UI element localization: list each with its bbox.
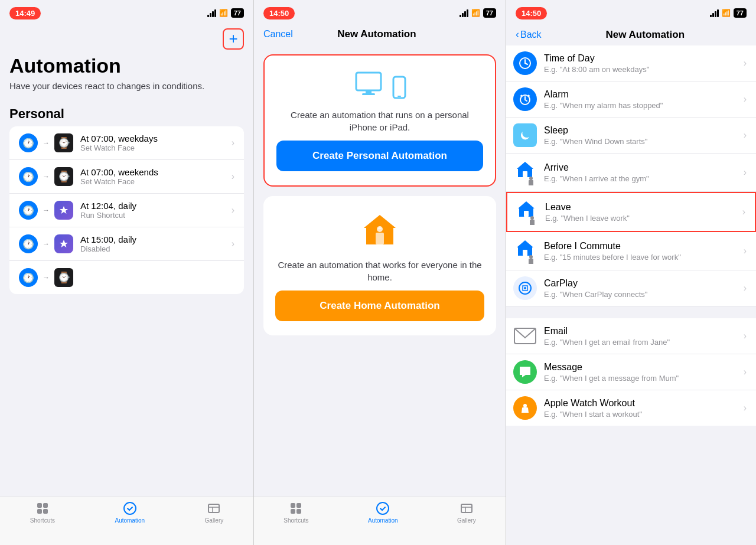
arrive-text: Arrive E.g. "When I arrive at the gym": [544, 162, 744, 183]
arrow-icon-5: →: [43, 273, 50, 282]
arrow-icon-1: →: [43, 139, 50, 147]
svg-rect-0: [37, 503, 42, 508]
personal-card: Create an automation that runs on a pers…: [263, 54, 496, 187]
sleep-chevron: ›: [744, 130, 747, 141]
option-leave[interactable]: Leave E.g. "When I leave work" ›: [506, 192, 756, 232]
time-of-day-icon: [513, 51, 537, 75]
tab-automation-label: Automation: [115, 517, 145, 524]
options-list: Time of Day E.g. "At 8:00 am on weekdays…: [506, 45, 756, 545]
automation-tab-icon: [123, 501, 137, 515]
panel-3: 14:50 📶 77 ‹ Back New Automation: [506, 0, 756, 545]
option-time-of-day[interactable]: Time of Day E.g. "At 8:00 am on weekdays…: [506, 45, 756, 81]
svg-point-36: [529, 255, 533, 259]
status-icons-3: 📶 77: [710, 8, 747, 18]
shortcuts-icon-4: [54, 234, 73, 253]
svg-rect-11: [393, 77, 405, 98]
nav-title-2: New Automation: [337, 28, 416, 40]
option-commute[interactable]: Before I Commute E.g. "15 minutes before…: [506, 232, 756, 270]
sleep-title: Sleep: [544, 125, 744, 136]
option-message[interactable]: Message E.g. "When I get a message from …: [506, 354, 756, 390]
phone-icon: [392, 76, 406, 99]
leave-chevron: ›: [742, 207, 745, 217]
chevron-3: ›: [232, 205, 234, 216]
status-bar-2: 14:50 📶 77: [254, 0, 506, 26]
svg-rect-5: [208, 504, 219, 513]
tab-shortcuts[interactable]: Shortcuts: [30, 501, 55, 524]
arrive-icon: [513, 159, 537, 185]
automation-item-1[interactable]: 🕐 → ⌚ At 07:00, weekdays Set Watch Face …: [9, 126, 244, 160]
commute-text: Before I Commute E.g. "15 minutes before…: [544, 241, 744, 262]
tab-gallery-2[interactable]: Gallery: [457, 501, 476, 524]
commute-title: Before I Commute: [544, 241, 744, 252]
arrive-title: Arrive: [544, 162, 744, 173]
create-home-button[interactable]: Create Home Automation: [275, 291, 484, 321]
option-sleep[interactable]: Sleep E.g. "When Wind Down starts" ›: [506, 118, 756, 154]
back-chevron-icon: ‹: [516, 28, 519, 41]
arrive-chevron: ›: [744, 167, 747, 178]
item-title-3: At 12:04, daily: [80, 201, 232, 211]
item-title-2: At 07:00, weekends: [80, 167, 232, 177]
item-text-3: At 12:04, daily Run Shortcut: [80, 201, 232, 220]
leave-title: Leave: [545, 202, 742, 213]
alarm-title: Alarm: [544, 89, 744, 100]
automation-item-2[interactable]: 🕐 → ⌚ At 07:00, weekends Set Watch Face …: [9, 160, 244, 194]
wifi-icon-1: 📶: [219, 9, 228, 17]
watch-icon-5: ⌚: [54, 268, 73, 287]
svg-point-32: [529, 177, 533, 180]
back-button[interactable]: ‹ Back: [516, 28, 542, 41]
cancel-button[interactable]: Cancel: [263, 29, 293, 40]
status-time-1: 14:49: [9, 7, 41, 19]
svg-rect-2: [37, 509, 42, 514]
message-subtitle: E.g. "When I get a message from Mum": [544, 374, 744, 383]
leave-subtitle: E.g. "When I leave work": [545, 214, 742, 223]
svg-rect-12: [397, 96, 401, 97]
clock-icon-4: 🕐: [19, 234, 38, 253]
battery-icon-3: 77: [734, 8, 747, 18]
alarm-chevron: ›: [744, 94, 747, 105]
svg-rect-10: [362, 93, 375, 95]
tab-shortcuts-2[interactable]: Shortcuts: [284, 501, 308, 524]
wifi-icon-2: 📶: [471, 9, 480, 17]
home-description: Create an automation that works for ever…: [275, 259, 484, 283]
signal-icon-2: [460, 9, 468, 17]
create-personal-button[interactable]: Create Personal Automation: [276, 141, 483, 171]
svg-rect-15: [291, 503, 295, 508]
add-button[interactable]: +: [223, 28, 244, 50]
item-title-1: At 07:00, weekdays: [80, 133, 232, 143]
option-workout[interactable]: Apple Watch Workout E.g. "When I start a…: [506, 390, 756, 426]
chevron-2: ›: [232, 171, 234, 182]
svg-line-25: [525, 63, 527, 64]
item-icons-4: 🕐 →: [19, 234, 73, 253]
page-subtitle: Have your devices react to changes in co…: [0, 80, 253, 102]
automation-list: 🕐 → ⌚ At 07:00, weekdays Set Watch Face …: [9, 126, 244, 294]
svg-point-19: [377, 502, 389, 514]
automation-item-4[interactable]: 🕐 → At 15:00, daily Disabled ›: [9, 227, 244, 261]
tab-automation-2[interactable]: Automation: [368, 501, 398, 524]
option-email[interactable]: Email E.g. "When I get an email from Jan…: [506, 318, 756, 354]
svg-point-4: [124, 502, 136, 514]
option-arrive[interactable]: Arrive E.g. "When I arrive at the gym" ›: [506, 154, 756, 192]
automation-item-3[interactable]: 🕐 → At 12:04, daily Run Shortcut ›: [9, 194, 244, 227]
arrow-icon-2: →: [43, 172, 50, 181]
clock-icon-5: 🕐: [19, 268, 38, 287]
status-icons-2: 📶 77: [460, 8, 496, 18]
item-subtitle-1: Set Watch Face: [80, 143, 232, 152]
message-text: Message E.g. "When I get a message from …: [544, 362, 744, 383]
email-title: Email: [544, 326, 744, 337]
commute-icon: [513, 238, 537, 264]
carplay-chevron: ›: [744, 283, 747, 293]
svg-rect-20: [461, 504, 472, 513]
tab-automation[interactable]: Automation: [115, 501, 145, 524]
clock-icon-2: 🕐: [19, 167, 38, 186]
tab-gallery[interactable]: Gallery: [205, 501, 224, 524]
section-header: Personal: [0, 102, 253, 126]
option-carplay[interactable]: CarPlay E.g. "When CarPlay connects" ›: [506, 270, 756, 306]
shortcuts-tab-icon: [35, 501, 50, 515]
email-chevron: ›: [744, 331, 747, 341]
option-group-main: Time of Day E.g. "At 8:00 am on weekdays…: [506, 45, 756, 426]
devices-illustration: [353, 70, 406, 99]
battery-icon-2: 77: [483, 8, 496, 18]
automation-item-5[interactable]: 🕐 → ⌚: [9, 261, 244, 294]
option-alarm[interactable]: Alarm E.g. "When my alarm has stopped" ›: [506, 81, 756, 118]
nav-header-3: ‹ Back New Automation: [506, 26, 756, 45]
